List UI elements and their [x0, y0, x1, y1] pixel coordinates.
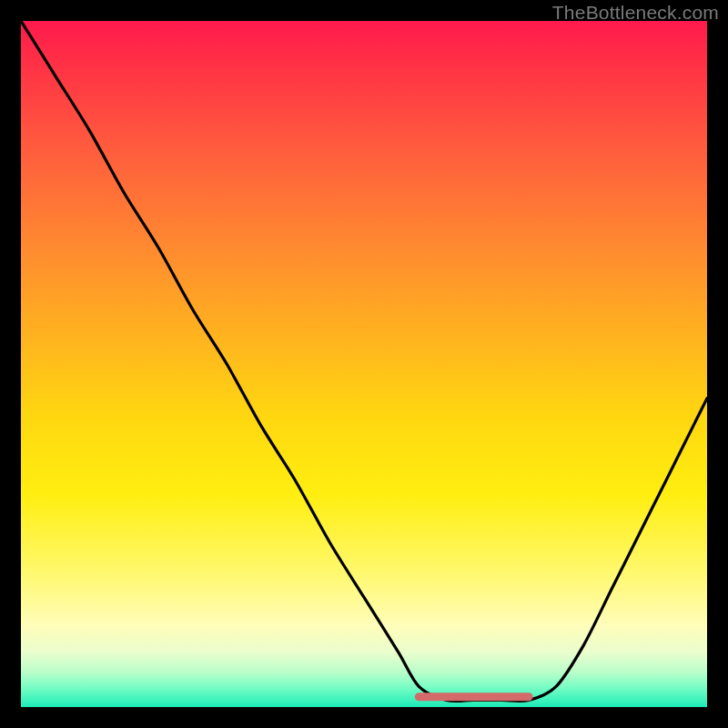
attribution-text: TheBottleneck.com — [552, 2, 719, 24]
chart-frame: TheBottleneck.com — [0, 0, 728, 728]
curve-line — [21, 21, 707, 701]
bottleneck-curve — [21, 21, 707, 707]
plot-area — [21, 21, 707, 707]
